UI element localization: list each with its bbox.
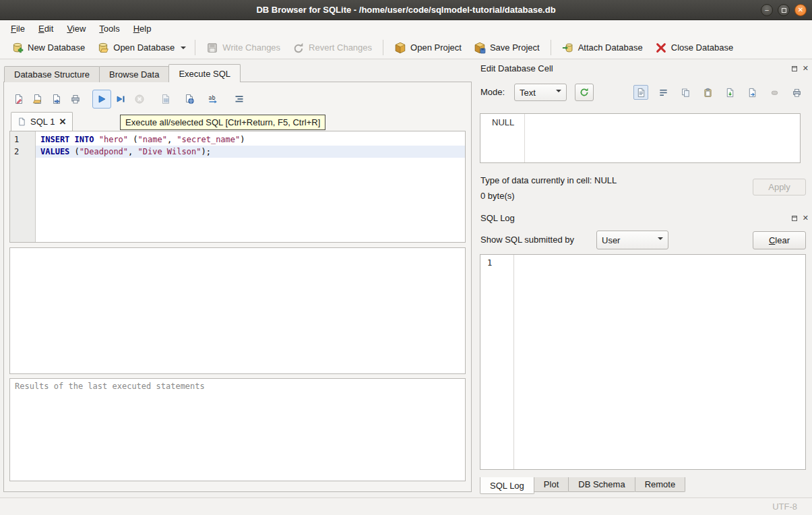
sql-editor[interactable]: 1 2 INSERT INTO "hero" ("name", "secret_… xyxy=(9,131,466,243)
execute-icon xyxy=(96,94,107,104)
execute-all-button[interactable] xyxy=(92,90,111,109)
apply-button: Apply xyxy=(753,179,806,195)
close-dock-icon[interactable]: ✕ xyxy=(803,214,809,222)
chevron-down-icon xyxy=(181,47,186,52)
tab-sql-log[interactable]: SQL Log xyxy=(480,477,534,494)
float-dock-icon[interactable] xyxy=(791,215,798,222)
mode-label: Mode: xyxy=(480,87,505,97)
results-grid[interactable] xyxy=(9,247,466,374)
maximize-icon xyxy=(782,8,786,13)
cell-value: NULL xyxy=(480,114,525,162)
refresh-icon xyxy=(579,87,590,98)
sql-token xyxy=(94,135,98,144)
sql-toolbar: ab xyxy=(9,88,466,111)
new-database-button[interactable]: New Database xyxy=(5,38,91,57)
attach-database-label: Attach Database xyxy=(578,42,643,53)
apply-cell-changes-button[interactable] xyxy=(575,84,594,101)
cell-editor-area[interactable] xyxy=(525,114,800,162)
save-project-button[interactable]: Save Project xyxy=(468,38,546,57)
close-database-button[interactable]: Close Database xyxy=(649,38,740,57)
new-sql-tab-button[interactable] xyxy=(9,90,28,109)
execute-line-icon xyxy=(115,94,126,104)
close-database-label: Close Database xyxy=(671,42,734,53)
sql-log-filter-combobox[interactable]: User xyxy=(596,231,668,249)
tab-plot[interactable]: Plot xyxy=(534,477,569,492)
format-sql-button[interactable] xyxy=(230,90,249,109)
clear-log-button[interactable]: Clear xyxy=(753,231,806,249)
attach-database-button[interactable]: Attach Database xyxy=(556,38,649,57)
open-database-label: Open Database xyxy=(113,42,175,53)
new-database-icon xyxy=(11,42,24,54)
sql1-tab[interactable]: SQL 1 ✕ xyxy=(11,112,73,131)
close-dock-icon[interactable]: ✕ xyxy=(803,65,809,72)
sql-token: , xyxy=(128,147,137,156)
sql-line-2: VALUES ("Deadpond", "Dive Wilson"); xyxy=(36,146,465,158)
cell-size-info: 0 byte(s) xyxy=(480,191,515,201)
export-csv-icon xyxy=(184,94,195,104)
float-dock-icon[interactable] xyxy=(791,65,798,72)
menu-file[interactable]: File xyxy=(4,22,32,36)
open-database-menu-button[interactable] xyxy=(181,38,190,57)
open-project-button[interactable]: Open Project xyxy=(388,38,468,57)
chevron-down-icon xyxy=(556,90,561,95)
close-button[interactable]: ✕ xyxy=(794,4,807,16)
open-database-button[interactable]: Open Database xyxy=(91,38,181,57)
sql-line-1: INSERT INTO "hero" ("name", "secret_name… xyxy=(36,133,465,146)
text-mode-button[interactable] xyxy=(633,85,648,100)
cell-editor[interactable]: NULL xyxy=(480,113,801,163)
minimize-button[interactable]: – xyxy=(761,4,773,16)
sql-log-view[interactable]: 1 xyxy=(480,254,806,470)
tab-browse-data[interactable]: Browse Data xyxy=(99,66,169,82)
line-number: 1 xyxy=(10,133,35,146)
mode-value: Text xyxy=(520,88,536,98)
toolbar-separator xyxy=(195,40,195,55)
save-results-button xyxy=(156,90,175,109)
tab-database-structure[interactable]: Database Structure xyxy=(4,66,100,82)
main-toolbar: New Database Open Database Write Changes xyxy=(0,36,812,59)
open-sql-file-button[interactable] xyxy=(28,90,47,109)
export-cell-data-button[interactable] xyxy=(745,85,759,100)
sql-token: "Deadpond" xyxy=(80,147,128,156)
set-null-button[interactable] xyxy=(767,85,782,100)
paste-cell-button[interactable] xyxy=(700,85,715,100)
print-sql-button[interactable] xyxy=(66,90,85,109)
stop-icon xyxy=(134,94,145,104)
menu-tools[interactable]: Tools xyxy=(92,22,126,36)
sql-code: INSERT INTO "hero" ("name", "secret_name… xyxy=(36,131,465,242)
window-title: DB Browser for SQLite - /home/user/code/… xyxy=(256,5,555,15)
sql1-tab-label: SQL 1 xyxy=(30,117,55,127)
save-project-label: Save Project xyxy=(490,42,540,53)
sql-token: VALUES xyxy=(40,147,69,156)
left-panel: Database Structure Browse Data Execute S… xyxy=(0,59,476,497)
open-sql-new-tab-button[interactable] xyxy=(47,90,66,109)
sql-token: ); xyxy=(201,147,210,156)
sql-file-icon xyxy=(18,117,26,126)
export-csv-button[interactable] xyxy=(180,90,199,109)
menu-help[interactable]: Help xyxy=(127,22,158,36)
execute-line-button[interactable] xyxy=(111,90,130,109)
tab-remote[interactable]: Remote xyxy=(635,477,686,492)
line-number-gutter: 1 2 xyxy=(10,131,36,242)
sql-token: "name" xyxy=(138,135,167,144)
sql1-tab-close-icon[interactable]: ✕ xyxy=(59,117,66,127)
cell-type-info: Type of data currently in cell: NULL xyxy=(480,175,617,185)
print-cell-button[interactable] xyxy=(789,85,804,100)
chevron-down-icon xyxy=(658,237,663,243)
import-cell-data-button[interactable] xyxy=(722,85,737,100)
copy-cell-button[interactable] xyxy=(678,85,693,100)
mode-combobox[interactable]: Text xyxy=(514,84,567,101)
cell-editor-toolbar xyxy=(633,85,804,100)
menu-edit[interactable]: Edit xyxy=(32,22,60,36)
tab-execute-sql[interactable]: Execute SQL xyxy=(168,64,241,82)
main-tab-bar: Database Structure Browse Data Execute S… xyxy=(4,64,240,82)
maximize-button[interactable] xyxy=(778,4,790,16)
find-replace-button[interactable]: ab xyxy=(204,90,222,109)
write-changes-button: Write Changes xyxy=(200,38,286,57)
open-project-icon xyxy=(394,42,406,54)
sql-log-dock-icons: ✕ xyxy=(791,214,809,222)
find-replace-icon: ab xyxy=(208,94,218,104)
word-wrap-button[interactable] xyxy=(656,85,670,100)
tab-db-schema[interactable]: DB Schema xyxy=(568,477,635,492)
new-database-label: New Database xyxy=(28,42,85,53)
menu-view[interactable]: View xyxy=(60,22,92,36)
